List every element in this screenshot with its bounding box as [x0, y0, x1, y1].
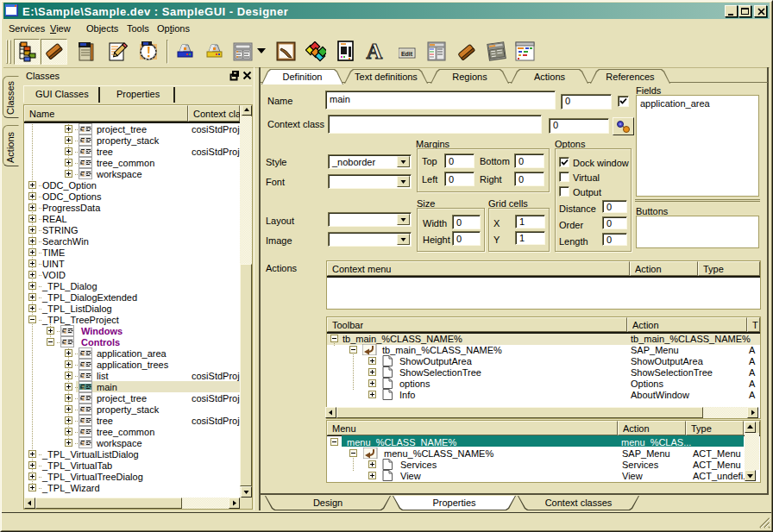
svg-text:Edit: Edit [401, 51, 413, 57]
svg-text:A: A [367, 41, 383, 61]
